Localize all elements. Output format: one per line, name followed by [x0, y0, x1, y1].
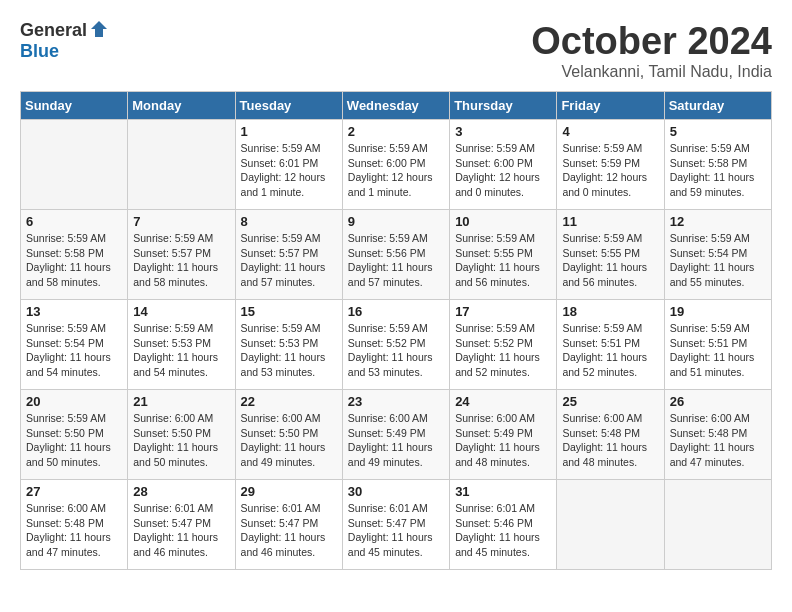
day-number: 17 [455, 304, 551, 319]
calendar-cell: 17Sunrise: 5:59 AM Sunset: 5:52 PM Dayli… [450, 300, 557, 390]
logo-blue-text: Blue [20, 41, 59, 62]
calendar-cell: 26Sunrise: 6:00 AM Sunset: 5:48 PM Dayli… [664, 390, 771, 480]
column-header-tuesday: Tuesday [235, 92, 342, 120]
day-number: 10 [455, 214, 551, 229]
day-info: Sunrise: 5:59 AM Sunset: 5:55 PM Dayligh… [562, 231, 658, 290]
column-header-wednesday: Wednesday [342, 92, 449, 120]
day-number: 1 [241, 124, 337, 139]
day-info: Sunrise: 5:59 AM Sunset: 5:50 PM Dayligh… [26, 411, 122, 470]
day-number: 21 [133, 394, 229, 409]
day-info: Sunrise: 5:59 AM Sunset: 5:51 PM Dayligh… [562, 321, 658, 380]
day-number: 13 [26, 304, 122, 319]
svg-marker-0 [91, 21, 107, 37]
day-number: 29 [241, 484, 337, 499]
calendar-cell: 3Sunrise: 5:59 AM Sunset: 6:00 PM Daylig… [450, 120, 557, 210]
day-info: Sunrise: 6:00 AM Sunset: 5:50 PM Dayligh… [133, 411, 229, 470]
day-number: 19 [670, 304, 766, 319]
logo-icon [89, 19, 109, 39]
day-number: 20 [26, 394, 122, 409]
day-number: 25 [562, 394, 658, 409]
calendar-cell: 30Sunrise: 6:01 AM Sunset: 5:47 PM Dayli… [342, 480, 449, 570]
calendar-cell: 31Sunrise: 6:01 AM Sunset: 5:46 PM Dayli… [450, 480, 557, 570]
calendar-week-2: 6Sunrise: 5:59 AM Sunset: 5:58 PM Daylig… [21, 210, 772, 300]
calendar-header-row: SundayMondayTuesdayWednesdayThursdayFrid… [21, 92, 772, 120]
logo-general-text: General [20, 20, 87, 41]
day-number: 26 [670, 394, 766, 409]
calendar-cell: 16Sunrise: 5:59 AM Sunset: 5:52 PM Dayli… [342, 300, 449, 390]
day-number: 27 [26, 484, 122, 499]
column-header-sunday: Sunday [21, 92, 128, 120]
day-number: 15 [241, 304, 337, 319]
calendar-cell: 29Sunrise: 6:01 AM Sunset: 5:47 PM Dayli… [235, 480, 342, 570]
day-number: 6 [26, 214, 122, 229]
calendar-table: SundayMondayTuesdayWednesdayThursdayFrid… [20, 91, 772, 570]
calendar-cell: 28Sunrise: 6:01 AM Sunset: 5:47 PM Dayli… [128, 480, 235, 570]
day-number: 24 [455, 394, 551, 409]
day-info: Sunrise: 5:59 AM Sunset: 5:54 PM Dayligh… [26, 321, 122, 380]
day-number: 5 [670, 124, 766, 139]
column-header-saturday: Saturday [664, 92, 771, 120]
calendar-cell: 23Sunrise: 6:00 AM Sunset: 5:49 PM Dayli… [342, 390, 449, 480]
calendar-cell: 18Sunrise: 5:59 AM Sunset: 5:51 PM Dayli… [557, 300, 664, 390]
day-number: 2 [348, 124, 444, 139]
calendar-week-5: 27Sunrise: 6:00 AM Sunset: 5:48 PM Dayli… [21, 480, 772, 570]
day-info: Sunrise: 5:59 AM Sunset: 6:00 PM Dayligh… [455, 141, 551, 200]
day-number: 18 [562, 304, 658, 319]
day-number: 31 [455, 484, 551, 499]
calendar-cell: 21Sunrise: 6:00 AM Sunset: 5:50 PM Dayli… [128, 390, 235, 480]
day-number: 7 [133, 214, 229, 229]
calendar-cell: 11Sunrise: 5:59 AM Sunset: 5:55 PM Dayli… [557, 210, 664, 300]
day-number: 8 [241, 214, 337, 229]
day-info: Sunrise: 6:00 AM Sunset: 5:49 PM Dayligh… [348, 411, 444, 470]
day-info: Sunrise: 6:00 AM Sunset: 5:50 PM Dayligh… [241, 411, 337, 470]
day-info: Sunrise: 5:59 AM Sunset: 5:55 PM Dayligh… [455, 231, 551, 290]
day-info: Sunrise: 6:01 AM Sunset: 5:46 PM Dayligh… [455, 501, 551, 560]
day-info: Sunrise: 6:00 AM Sunset: 5:48 PM Dayligh… [26, 501, 122, 560]
calendar-cell [21, 120, 128, 210]
day-info: Sunrise: 6:00 AM Sunset: 5:48 PM Dayligh… [670, 411, 766, 470]
column-header-friday: Friday [557, 92, 664, 120]
title-area: October 2024 Velankanni, Tamil Nadu, Ind… [531, 20, 772, 81]
day-info: Sunrise: 6:00 AM Sunset: 5:48 PM Dayligh… [562, 411, 658, 470]
day-info: Sunrise: 5:59 AM Sunset: 5:56 PM Dayligh… [348, 231, 444, 290]
calendar-cell: 4Sunrise: 5:59 AM Sunset: 5:59 PM Daylig… [557, 120, 664, 210]
day-number: 22 [241, 394, 337, 409]
calendar-week-4: 20Sunrise: 5:59 AM Sunset: 5:50 PM Dayli… [21, 390, 772, 480]
calendar-cell [664, 480, 771, 570]
calendar-cell: 5Sunrise: 5:59 AM Sunset: 5:58 PM Daylig… [664, 120, 771, 210]
calendar-cell: 13Sunrise: 5:59 AM Sunset: 5:54 PM Dayli… [21, 300, 128, 390]
calendar-cell: 25Sunrise: 6:00 AM Sunset: 5:48 PM Dayli… [557, 390, 664, 480]
day-number: 30 [348, 484, 444, 499]
calendar-cell: 12Sunrise: 5:59 AM Sunset: 5:54 PM Dayli… [664, 210, 771, 300]
day-number: 3 [455, 124, 551, 139]
column-header-thursday: Thursday [450, 92, 557, 120]
calendar-cell: 15Sunrise: 5:59 AM Sunset: 5:53 PM Dayli… [235, 300, 342, 390]
day-info: Sunrise: 5:59 AM Sunset: 5:57 PM Dayligh… [241, 231, 337, 290]
column-header-monday: Monday [128, 92, 235, 120]
day-info: Sunrise: 5:59 AM Sunset: 5:57 PM Dayligh… [133, 231, 229, 290]
day-info: Sunrise: 5:59 AM Sunset: 5:53 PM Dayligh… [241, 321, 337, 380]
day-info: Sunrise: 5:59 AM Sunset: 5:52 PM Dayligh… [455, 321, 551, 380]
calendar-cell: 10Sunrise: 5:59 AM Sunset: 5:55 PM Dayli… [450, 210, 557, 300]
calendar-cell: 27Sunrise: 6:00 AM Sunset: 5:48 PM Dayli… [21, 480, 128, 570]
logo: General Blue [20, 20, 109, 62]
calendar-cell: 24Sunrise: 6:00 AM Sunset: 5:49 PM Dayli… [450, 390, 557, 480]
calendar-cell: 9Sunrise: 5:59 AM Sunset: 5:56 PM Daylig… [342, 210, 449, 300]
location-title: Velankanni, Tamil Nadu, India [531, 63, 772, 81]
day-info: Sunrise: 5:59 AM Sunset: 6:01 PM Dayligh… [241, 141, 337, 200]
day-number: 14 [133, 304, 229, 319]
day-number: 12 [670, 214, 766, 229]
day-info: Sunrise: 5:59 AM Sunset: 5:59 PM Dayligh… [562, 141, 658, 200]
day-info: Sunrise: 6:01 AM Sunset: 5:47 PM Dayligh… [133, 501, 229, 560]
calendar-cell: 6Sunrise: 5:59 AM Sunset: 5:58 PM Daylig… [21, 210, 128, 300]
calendar-cell [128, 120, 235, 210]
calendar-cell [557, 480, 664, 570]
month-title: October 2024 [531, 20, 772, 63]
day-info: Sunrise: 6:00 AM Sunset: 5:49 PM Dayligh… [455, 411, 551, 470]
day-number: 23 [348, 394, 444, 409]
calendar-cell: 22Sunrise: 6:00 AM Sunset: 5:50 PM Dayli… [235, 390, 342, 480]
day-info: Sunrise: 5:59 AM Sunset: 5:54 PM Dayligh… [670, 231, 766, 290]
day-number: 16 [348, 304, 444, 319]
day-info: Sunrise: 5:59 AM Sunset: 5:58 PM Dayligh… [26, 231, 122, 290]
calendar-cell: 14Sunrise: 5:59 AM Sunset: 5:53 PM Dayli… [128, 300, 235, 390]
